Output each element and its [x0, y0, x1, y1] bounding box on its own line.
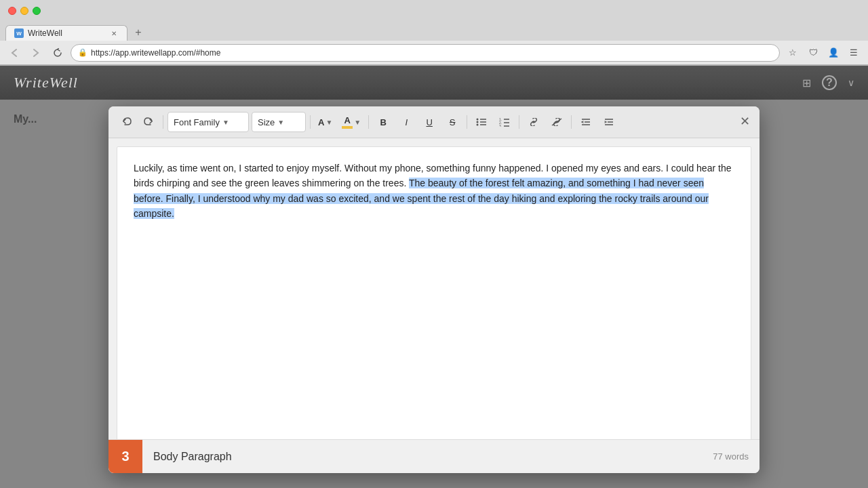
svg-point-2 — [477, 121, 479, 123]
tab-favicon: W — [14, 28, 24, 38]
font-color-arrow: ▼ — [326, 119, 332, 126]
underline-button[interactable]: U — [419, 112, 439, 132]
font-color-label: A — [318, 117, 324, 127]
editor-content-area[interactable]: Luckily, as time went on, I started to e… — [117, 146, 751, 465]
tab-close-button[interactable]: ✕ — [109, 28, 119, 38]
indent-button[interactable] — [599, 112, 619, 132]
url-text: https://app.writewellapp.com/#home — [91, 48, 220, 58]
browser-titlebar — [0, 0, 868, 22]
highlight-color-button[interactable]: A ▼ — [338, 112, 364, 132]
font-family-label: Font Family — [174, 117, 220, 127]
lock-icon: 🔒 — [78, 48, 87, 57]
highlight-color-indicator — [342, 126, 353, 129]
bookmark-button[interactable]: ☆ — [784, 44, 802, 62]
toolbar-separator-1 — [163, 115, 163, 129]
bold-button[interactable]: B — [373, 112, 393, 132]
word-count: 77 words — [702, 451, 760, 462]
back-button[interactable] — [5, 44, 23, 62]
extension-button[interactable]: 🛡 — [804, 44, 822, 62]
link-button[interactable] — [524, 112, 544, 132]
new-tab-button[interactable]: + — [130, 24, 146, 41]
toolbar-separator-4 — [467, 115, 467, 129]
app-content: My... ✕ — [0, 100, 868, 488]
history-toolbar-group — [117, 112, 159, 132]
unlink-button[interactable] — [547, 112, 567, 132]
font-family-dropdown[interactable]: Font Family ▼ — [167, 112, 249, 132]
bullet-list-button[interactable] — [471, 112, 492, 132]
editor-toolbar: Font Family ▼ Size ▼ A ▼ A — [108, 106, 760, 138]
svg-point-0 — [477, 119, 479, 121]
modal-overlay: ✕ Font Family ▼ — [0, 100, 868, 488]
tab-title: WriteWell — [28, 28, 62, 38]
close-window-button[interactable] — [8, 7, 16, 15]
address-bar[interactable]: 🔒 https://app.writewellapp.com/#home — [71, 44, 780, 62]
toolbar-separator-3 — [368, 115, 369, 129]
browser-toolbar: 🔒 https://app.writewellapp.com/#home ☆ 🛡… — [0, 41, 868, 65]
modal-close-button[interactable]: ✕ — [735, 112, 754, 131]
section-label: Body Paragraph — [142, 451, 243, 463]
profile-button[interactable]: 👤 — [825, 44, 842, 62]
numbered-list-button[interactable]: 1.2.3. — [494, 112, 515, 132]
svg-text:3.: 3. — [499, 124, 502, 127]
minimize-window-button[interactable] — [20, 7, 28, 15]
toolbar-separator-5 — [519, 115, 519, 129]
toolbar-separator-2 — [310, 115, 311, 129]
redo-button[interactable] — [138, 112, 159, 132]
app-header: WriteWell ⊞ ? ∨ — [0, 66, 868, 100]
forward-button[interactable] — [27, 44, 45, 62]
svg-point-4 — [477, 124, 479, 126]
toolbar-separator-6 — [571, 115, 572, 129]
highlight-arrow: ▼ — [354, 119, 361, 126]
svg-line-12 — [552, 119, 561, 125]
app-area: WriteWell ⊞ ? ∨ My... ✕ — [0, 66, 868, 488]
grid-icon[interactable]: ⊞ — [802, 77, 811, 89]
section-number: 3 — [108, 440, 142, 474]
italic-button[interactable]: I — [396, 112, 416, 132]
strikethrough-button[interactable]: S — [442, 112, 462, 132]
browser-toolbar-right: ☆ 🛡 👤 ☰ — [784, 44, 863, 62]
app-logo: WriteWell — [14, 74, 78, 92]
font-family-arrow: ▼ — [222, 119, 229, 126]
fullscreen-window-button[interactable] — [33, 7, 41, 15]
font-color-button[interactable]: A ▼ — [315, 112, 336, 132]
font-size-dropdown[interactable]: Size ▼ — [252, 112, 306, 132]
highlight-label: A — [344, 115, 351, 125]
help-icon[interactable]: ? — [822, 75, 837, 90]
browser-tab[interactable]: W WriteWell ✕ — [5, 25, 127, 41]
bottom-bar: 3 Body Paragraph 77 words — [108, 439, 760, 473]
undo-button[interactable] — [117, 112, 137, 132]
font-size-label: Size — [258, 117, 275, 127]
outdent-button[interactable] — [576, 112, 596, 132]
app-header-right: ⊞ ? ∨ — [802, 75, 854, 90]
font-size-arrow: ▼ — [277, 119, 284, 126]
chevron-down-icon[interactable]: ∨ — [848, 77, 854, 88]
browser-chrome: W WriteWell ✕ + 🔒 https://app.writewella… — [0, 0, 868, 66]
traffic-lights — [8, 7, 41, 15]
menu-button[interactable]: ☰ — [845, 44, 863, 62]
refresh-button[interactable] — [49, 44, 66, 62]
editor-modal: ✕ Font Family ▼ — [108, 106, 760, 473]
